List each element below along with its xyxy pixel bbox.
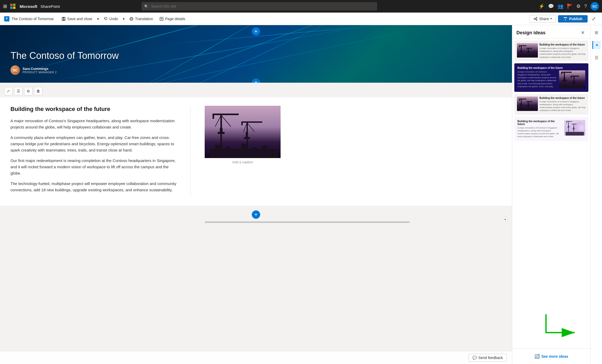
- svg-rect-32: [262, 145, 267, 149]
- design-idea-card-2[interactable]: Building the workspace of the future A m…: [514, 63, 588, 92]
- svg-rect-35: [519, 45, 526, 46]
- svg-rect-52: [571, 76, 572, 78]
- design-panel-close-button[interactable]: ✕: [579, 29, 586, 36]
- hero-content: The Contoso of Tomorrow SC Sara Cummings…: [10, 50, 119, 75]
- hero-section: + The Contoso of Tomorrow SC Sara Cummin…: [0, 25, 512, 83]
- svg-rect-42: [527, 52, 529, 53]
- svg-rect-73: [567, 127, 570, 127]
- add-section-bottom-button[interactable]: +: [252, 210, 260, 219]
- svg-rect-71: [566, 121, 567, 123]
- microsoft-logo: [10, 4, 15, 9]
- svg-rect-28: [215, 145, 220, 149]
- comment-icon[interactable]: 💬: [548, 3, 554, 9]
- svg-rect-47: [561, 72, 562, 74]
- author-name: Sara Cummings: [23, 67, 57, 71]
- settings-icon[interactable]: ⚙: [576, 3, 581, 9]
- publish-button[interactable]: Publish: [558, 15, 588, 23]
- svg-rect-61: [520, 104, 522, 105]
- svg-point-7: [534, 18, 535, 19]
- svg-point-68: [574, 122, 585, 133]
- svg-rect-77: [572, 129, 575, 129]
- send-feedback-button[interactable]: 💬 Send feedback: [469, 354, 507, 362]
- design-card-1-image: [517, 43, 538, 58]
- delete-section-button[interactable]: 🗑: [34, 87, 42, 95]
- svg-rect-27: [210, 149, 278, 158]
- content-para-4: The technology-fueled, multiphase projec…: [10, 181, 178, 193]
- add-section-top-button[interactable]: +: [252, 27, 260, 36]
- design-panel-footer: 🔄 See more ideas: [512, 348, 590, 364]
- design-card-1-title: Building the workspace of the future: [539, 43, 586, 46]
- flag-icon[interactable]: 🚩: [567, 3, 573, 9]
- command-bar: P The Contoso of Tomorrow Save and close…: [0, 13, 602, 25]
- svg-rect-22: [241, 121, 243, 125]
- save-dropdown-button[interactable]: ▾: [96, 15, 100, 23]
- svg-rect-38: [520, 51, 522, 52]
- svg-rect-26: [244, 137, 250, 139]
- see-more-ideas-button[interactable]: 🔄 See more ideas: [516, 352, 586, 361]
- design-idea-card-4[interactable]: Building the workspace of the future A m…: [514, 117, 588, 141]
- svg-rect-11: [564, 17, 567, 18]
- page-type-icon: P: [4, 16, 9, 21]
- search-input[interactable]: [142, 2, 377, 10]
- image-caption[interactable]: Add a caption: [232, 160, 253, 164]
- svg-rect-75: [572, 124, 576, 124]
- sidebar-icon-1[interactable]: ⊞: [592, 28, 601, 37]
- send-feedback-label: Send feedback: [478, 356, 503, 360]
- svg-rect-31: [252, 147, 257, 150]
- author-info: SC Sara Cummings PRODUCT MANAGER 2: [10, 65, 119, 75]
- content-image[interactable]: [205, 106, 281, 158]
- page-details-button[interactable]: Page details: [157, 15, 188, 23]
- section-layout-button[interactable]: ☰: [14, 87, 23, 95]
- help-icon[interactable]: ?: [584, 4, 587, 9]
- share-button[interactable]: Share ▾: [529, 15, 556, 23]
- design-panel-title: Design ideas: [516, 30, 545, 36]
- design-card-2-title: Building the workspace of the future: [517, 66, 585, 69]
- design-card-1-text: Building the workspace of the future A m…: [539, 43, 586, 59]
- content-heading: Building the workspace of the future: [10, 106, 178, 113]
- svg-rect-1: [63, 17, 64, 19]
- design-idea-card-1[interactable]: Building the workspace of the future A m…: [514, 41, 588, 61]
- move-section-button[interactable]: ⤢: [4, 87, 13, 95]
- svg-point-8: [536, 19, 537, 20]
- design-idea-card-3[interactable]: Building the workspace of the future A m…: [514, 94, 588, 115]
- svg-line-10: [535, 19, 536, 20]
- translation-button[interactable]: Translation: [127, 15, 156, 23]
- author-avatar: SC: [10, 65, 20, 75]
- design-card-4-body: A major renovation of Contoso's Singapor…: [517, 126, 562, 138]
- svg-rect-78: [566, 132, 584, 136]
- svg-rect-29: [226, 146, 230, 149]
- apps-grid-icon[interactable]: ⊞: [3, 3, 7, 9]
- section-toolbar: ⤢ ☰ ⧉ 🗑: [0, 85, 512, 97]
- undo-icon: [104, 17, 108, 21]
- lightning-icon[interactable]: ⚡: [539, 3, 544, 9]
- scrollbar-close-button[interactable]: ✕: [503, 217, 508, 222]
- avatar[interactable]: SC: [590, 2, 599, 10]
- duplicate-section-button[interactable]: ⧉: [24, 87, 32, 95]
- sidebar-icon-2[interactable]: ☰: [592, 53, 601, 62]
- content-para-2: A community plaza where employees can ga…: [10, 135, 178, 153]
- save-and-close-button[interactable]: Save and close: [59, 15, 95, 23]
- people-icon[interactable]: 👥: [558, 3, 563, 9]
- page-title: The Contoso of Tomorrow: [12, 17, 54, 21]
- design-card-3-body: A major renovation of Contoso's Singapor…: [539, 100, 586, 112]
- svg-point-6: [536, 17, 537, 18]
- brand-name: Microsoft: [20, 4, 37, 9]
- svg-rect-41: [528, 51, 529, 52]
- column-divider: [191, 106, 191, 197]
- design-ideas-panel: Design ideas ✕ Building the workspace of…: [512, 25, 590, 364]
- svg-rect-46: [561, 72, 572, 73]
- content-left-column: Building the workspace of the future A m…: [10, 106, 178, 197]
- see-more-label: See more ideas: [541, 354, 568, 359]
- svg-rect-54: [572, 82, 576, 84]
- svg-line-9: [535, 18, 536, 19]
- svg-rect-43: [518, 55, 537, 58]
- svg-rect-49: [562, 80, 567, 81]
- svg-rect-59: [519, 99, 520, 101]
- undo-button[interactable]: Undo: [101, 15, 121, 23]
- sidebar-icon-active[interactable]: ✦: [592, 41, 601, 49]
- content-para-3: Our first major redevelopment is nearing…: [10, 158, 178, 176]
- collapse-button[interactable]: ⤢: [590, 15, 598, 23]
- horizontal-scrollbar[interactable]: [205, 221, 409, 223]
- design-card-3-text: Building the workspace of the future A m…: [539, 97, 586, 112]
- undo-dropdown-button[interactable]: ▾: [122, 15, 126, 23]
